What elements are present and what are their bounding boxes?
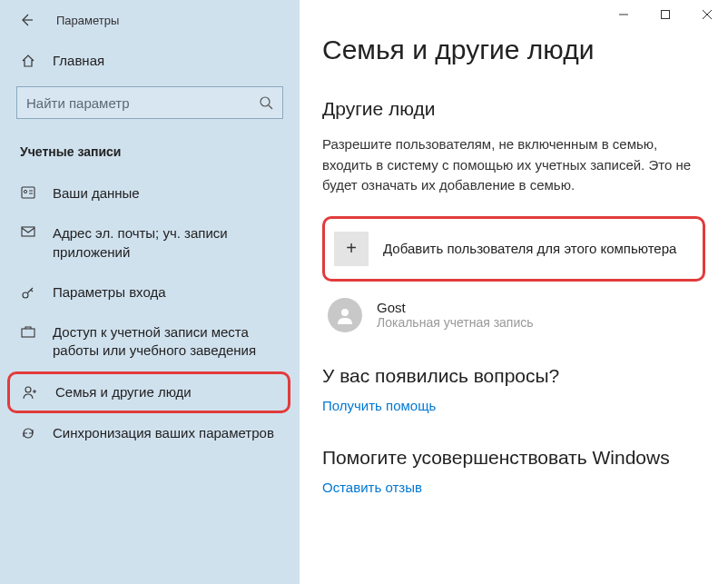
home-icon xyxy=(20,54,36,68)
sidebar-category: Учетные записи xyxy=(0,135,300,173)
avatar-icon xyxy=(328,298,362,332)
plus-icon: + xyxy=(334,232,369,266)
sidebar-item-label: Параметры входа xyxy=(53,283,283,302)
add-user-button[interactable]: + Добавить пользователя для этого компью… xyxy=(329,224,694,273)
maximize-button[interactable] xyxy=(644,0,686,29)
sidebar-item-label: Синхронизация ваших параметров xyxy=(53,424,283,442)
people-icon xyxy=(23,385,39,400)
minimize-button[interactable] xyxy=(603,0,644,29)
key-icon xyxy=(20,285,36,300)
close-button[interactable] xyxy=(686,0,728,29)
search-input[interactable] xyxy=(16,86,283,119)
briefcase-icon xyxy=(20,325,36,338)
sidebar-item-family[interactable]: Семья и другие люди xyxy=(7,371,290,413)
user-type: Локальная учетная запись xyxy=(377,315,534,330)
sidebar-item-your-info[interactable]: Ваши данные xyxy=(0,173,300,213)
section-feedback-heading: Помогите усовершенствовать Windows xyxy=(322,447,705,469)
svg-point-8 xyxy=(341,309,349,316)
user-name: Gost xyxy=(377,300,534,315)
sidebar-item-signin[interactable]: Параметры входа xyxy=(0,272,300,312)
section-other-people-desc: Разрешите пользователям, не включенным в… xyxy=(322,134,705,196)
sidebar-item-label: Доступ к учетной записи места работы или… xyxy=(53,323,283,361)
id-card-icon xyxy=(20,186,36,199)
home-label: Главная xyxy=(53,53,104,68)
back-button[interactable] xyxy=(16,10,36,30)
sidebar-item-email[interactable]: Адрес эл. почты; уч. записи приложений xyxy=(0,213,300,272)
sidebar-item-label: Адрес эл. почты; уч. записи приложений xyxy=(53,224,283,262)
home-button[interactable]: Главная xyxy=(0,40,300,81)
svg-rect-7 xyxy=(662,11,670,19)
add-user-label: Добавить пользователя для этого компьюте… xyxy=(383,241,676,256)
mail-icon xyxy=(20,226,36,237)
sidebar-item-label: Семья и другие люди xyxy=(55,383,279,401)
svg-rect-1 xyxy=(22,187,34,198)
svg-point-4 xyxy=(23,292,28,298)
section-other-people-heading: Другие люди xyxy=(322,98,705,120)
svg-point-0 xyxy=(261,97,270,106)
sidebar-item-label: Ваши данные xyxy=(53,184,283,203)
svg-point-2 xyxy=(24,190,26,193)
sync-icon xyxy=(20,426,36,440)
get-help-link[interactable]: Получить помощь xyxy=(322,398,436,413)
svg-rect-3 xyxy=(22,227,34,236)
search-icon xyxy=(259,95,273,110)
svg-rect-5 xyxy=(22,329,34,337)
section-questions-heading: У вас появились вопросы? xyxy=(322,365,705,387)
user-row[interactable]: Gost Локальная учетная запись xyxy=(322,298,705,332)
feedback-link[interactable]: Оставить отзыв xyxy=(322,480,422,495)
sidebar-item-sync[interactable]: Синхронизация ваших параметров xyxy=(0,413,300,453)
search-field[interactable] xyxy=(26,95,259,111)
sidebar-item-work-access[interactable]: Доступ к учетной записи места работы или… xyxy=(0,312,300,371)
svg-point-6 xyxy=(25,387,31,392)
window-title: Параметры xyxy=(56,14,119,27)
